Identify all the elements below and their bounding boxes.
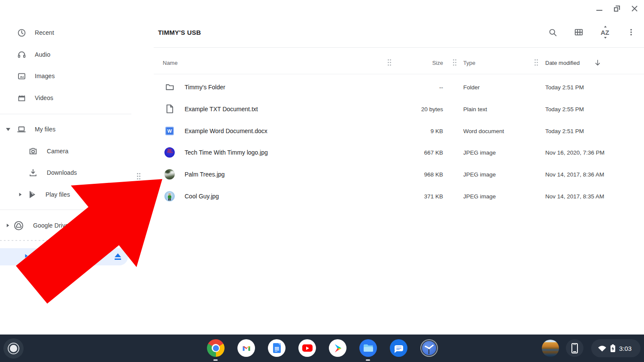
file-date: Today 2:51 PM [545,84,584,90]
file-name: Tech Time With Timmy logo.jpg [185,149,268,156]
usb-icon [58,252,68,262]
sort-button[interactable]: AZ [596,24,614,41]
sidebar-item-play-files[interactable]: Play files [0,185,131,204]
video-icon [17,94,26,103]
download-icon [28,168,38,177]
sidebar-item-label: My files [35,126,55,133]
current-folder-header: TIMMY'S USB [158,17,201,47]
youtube-icon [302,344,313,352]
image-thumbnail [164,169,175,179]
column-header-type[interactable]: Type [463,60,475,66]
sidebar-item-label: Recent [35,29,54,36]
text-file-icon [165,104,174,114]
sidebar-item-audio[interactable]: Audio [0,45,131,64]
more-menu-button[interactable] [623,24,640,41]
restore-icon [614,6,620,12]
shelf-app-youtube[interactable] [298,339,316,357]
shelf-app-gmail[interactable] [237,339,255,357]
file-row-tech-time-logo[interactable]: Tech Time With Timmy! Tech Time With Tim… [154,141,644,163]
sidebar-item-camera[interactable]: Camera [0,142,131,161]
clock-app-icon [421,340,437,356]
sidebar-item-label: Google Drive [33,222,69,229]
minimize-button[interactable] [592,2,606,15]
sidebar-item-my-files[interactable]: My files [0,120,131,139]
column-header-size[interactable]: Size [400,60,443,66]
more-menu-icon [627,28,635,37]
grid-view-button[interactable] [570,24,587,41]
phone-hub-button[interactable] [566,339,583,357]
search-button[interactable] [544,24,561,41]
shelf-app-docs[interactable] [268,339,286,357]
file-row-timmys-folder[interactable]: Timmy's Folder -- Folder Today 2:51 PM [154,76,644,98]
laptop-icon [17,125,26,134]
eject-icon [115,253,121,257]
status-tray[interactable]: 3:03 [591,339,641,357]
sidebar-item-usb-selected[interactable] [0,248,128,265]
close-icon [631,5,638,12]
file-row-example-word[interactable]: W Example Word Document.docx 9 KB Word d… [154,120,644,142]
clock-time: 3:03 [619,345,632,352]
file-name: Example TXT Document.txt [185,106,258,113]
file-type: Folder [463,84,480,90]
column-header-date-modified[interactable]: Date modified [545,60,580,66]
eject-button[interactable] [115,253,122,260]
headphones-icon [17,50,26,59]
word-file-icon: W [165,127,174,135]
taskbar: 3:03 [0,335,644,362]
file-type: JPEG image [463,149,496,155]
file-date: Nov 14, 2017, 8:35 AM [545,193,604,199]
file-size: 371 KB [400,193,443,199]
play-store-icon [333,343,343,353]
sidebar-item-label: Camera [47,148,68,155]
sidebar-item-images[interactable]: Images [0,67,131,85]
file-row-example-txt[interactable]: Example TXT Document.txt 20 bytes Plain … [154,98,644,120]
search-icon [548,28,557,37]
sidebar-item-videos[interactable]: Videos [0,88,131,107]
sidebar-item-downloads[interactable]: Downloads [0,163,131,182]
gmail-icon [241,343,252,353]
launcher-button[interactable] [3,338,24,359]
file-type: Word document [463,128,504,134]
titlebar [0,0,644,17]
file-name: Example Word Document.docx [185,128,267,134]
shelf-app-chrome[interactable] [207,339,225,357]
shelf-app-play-store[interactable] [329,339,346,357]
file-row-palm-trees[interactable]: Palm Trees.jpg 968 KB JPEG image Nov 14,… [154,163,644,185]
file-date: Today 2:51 PM [545,128,584,134]
shelf-app-clock[interactable] [420,339,438,357]
chevron-right-icon[interactable] [19,193,22,196]
battery-charging-icon [611,344,615,352]
camera-icon [28,146,38,156]
header-divider [154,47,644,48]
file-row-cool-guy[interactable]: Cool Guy.jpg 371 KB JPEG image Nov 14, 2… [154,185,644,207]
column-resize-handle[interactable] [387,59,392,66]
column-header-name[interactable]: Name [163,60,178,66]
sort-az-icon: AZ [599,27,611,38]
file-name: Palm Trees.jpg [185,171,225,178]
folder-icon [165,82,175,92]
sidebar-item-google-drive[interactable]: Google Drive [0,216,131,235]
sidebar-splitter-handle[interactable] [137,173,141,180]
grid-view-icon [574,27,583,37]
running-indicator-chrome [213,359,218,361]
chevron-right-icon[interactable] [7,224,9,227]
column-resize-handle[interactable] [453,59,457,66]
sidebar-item-recent[interactable]: Recent [0,23,131,42]
sidebar-divider [0,210,131,210]
shelf-app-files[interactable] [359,339,377,357]
column-resize-handle[interactable] [534,59,538,66]
drive-icon [13,220,24,231]
chevron-right-icon[interactable] [25,254,28,258]
restore-button[interactable] [610,2,624,15]
minimize-icon [596,10,602,11]
account-avatar[interactable] [542,340,559,357]
close-button[interactable] [628,2,641,15]
image-icon [17,72,26,81]
drop-indicator-dashed-line [0,240,101,241]
shelf-app-messages[interactable] [390,339,407,357]
file-date: Nov 14, 2017, 8:36 AM [545,171,604,177]
play-icon [27,189,37,200]
chevron-down-icon[interactable] [6,128,10,131]
list-header-row: Name Size Type Date modified [154,53,644,73]
sidebar-item-label: Audio [35,51,50,58]
